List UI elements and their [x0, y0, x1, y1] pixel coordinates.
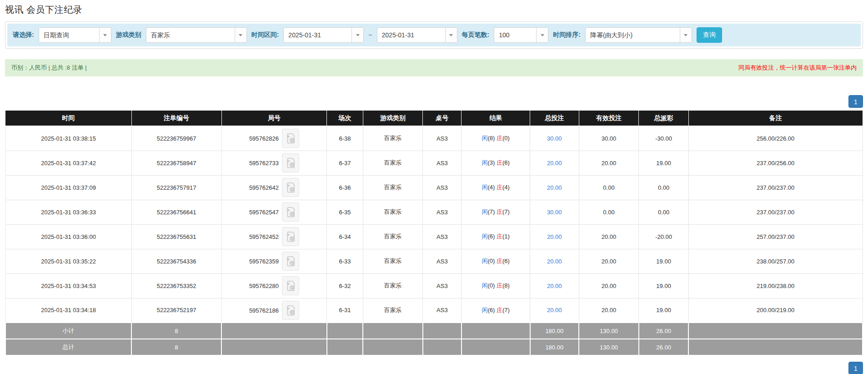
video-file-icon	[285, 206, 296, 218]
table-row: 2025-01-31 03:37:09 522236757917 5957626…	[5, 175, 863, 200]
game-type-cell: 百家乐	[363, 224, 423, 249]
valid-bet-cell: 20.00	[579, 249, 639, 273]
video-file-icon	[285, 255, 296, 267]
game-type-cell: 百家乐	[363, 126, 423, 151]
banker-result-score: (0)	[502, 135, 510, 142]
game-type-cell: 百家乐	[363, 249, 423, 273]
total-bet-link[interactable]: 20.00	[547, 233, 562, 240]
game-type-cell: 百家乐	[363, 273, 423, 298]
table-number-cell: AS3	[423, 273, 462, 298]
chevron-down-icon[interactable]	[351, 28, 363, 42]
payout-cell: 19.00	[639, 298, 688, 323]
grand-total-empty-cell	[423, 339, 462, 355]
total-bet-cell: 20.00	[530, 224, 579, 249]
video-file-icon	[285, 231, 296, 243]
total-bet-link[interactable]: 20.00	[547, 160, 562, 167]
header-note: 备注	[688, 111, 863, 126]
currency-total-text: 币别：人民币 | 总共 :8 注单 |	[11, 64, 87, 72]
video-replay-button[interactable]	[282, 227, 299, 246]
banker-result-label: 庄	[497, 258, 502, 264]
table-number-cell: AS3	[423, 175, 462, 200]
chevron-down-icon[interactable]	[235, 28, 246, 42]
round-id-value: 595762452	[249, 233, 279, 240]
video-replay-button[interactable]	[282, 276, 299, 295]
grand-total-label: 总计	[5, 339, 131, 355]
total-bet-cell: 20.00	[530, 273, 579, 298]
grand-total-empty-cell	[462, 339, 530, 355]
total-bet-link[interactable]: 20.00	[547, 184, 562, 191]
subtotal-empty-cell	[462, 323, 530, 339]
result-cell: 闲(8) 庄(0)	[462, 126, 530, 151]
total-bet-link[interactable]: 30.00	[547, 135, 562, 142]
subtotal-count: 8	[131, 323, 221, 339]
round-id-value: 595762186	[249, 307, 279, 313]
session-cell: 6-35	[327, 200, 363, 224]
table-number-cell: AS3	[423, 126, 462, 151]
player-result-score: (0)	[487, 258, 495, 264]
header-round-id: 局号	[221, 111, 327, 126]
page-1-button[interactable]: 1	[848, 362, 863, 374]
valid-bet-cell: 20.00	[579, 298, 639, 323]
page-size-select[interactable]: 100	[494, 27, 548, 43]
result-cell: 闲(6) 庄(1)	[462, 224, 530, 249]
valid-bet-cell: 20.00	[579, 151, 639, 175]
subtotal-empty-cell	[221, 323, 327, 339]
table-number-cell: AS3	[423, 298, 462, 323]
round-id-value: 595762547	[249, 209, 279, 216]
query-type-select[interactable]: 日期查询	[39, 27, 111, 43]
valid-bet-cell: 30.00	[579, 126, 639, 151]
video-replay-button[interactable]	[282, 301, 299, 320]
video-replay-button[interactable]	[282, 252, 299, 271]
page-1-button[interactable]: 1	[848, 95, 863, 108]
player-result-score: (3)	[487, 159, 495, 166]
round-id-cell: 595762359	[221, 249, 327, 273]
subtotal-empty-cell	[688, 323, 863, 339]
bet-time-cell: 2025-01-31 03:37:09	[5, 175, 131, 200]
search-button[interactable]: 查询	[697, 27, 722, 43]
chevron-down-icon[interactable]	[536, 28, 548, 42]
subtotal-valid-bet: 130.00	[579, 323, 639, 339]
video-replay-button[interactable]	[282, 202, 299, 222]
player-result-label: 闲	[482, 159, 487, 166]
header-bet-id: 注单编号	[131, 111, 221, 126]
bet-time-cell: 2025-01-31 03:35:22	[5, 249, 131, 273]
player-result-label: 闲	[482, 233, 487, 240]
game-type-select[interactable]: 百家乐	[146, 27, 247, 43]
time-sort-value: 降幂(由大到小)	[586, 28, 680, 42]
chevron-down-icon[interactable]	[680, 28, 692, 42]
video-replay-button[interactable]	[282, 153, 299, 172]
total-bet-cell: 20.00	[530, 151, 579, 175]
pagination-bottom: 1	[5, 362, 863, 374]
page-size-value: 100	[494, 28, 536, 42]
banker-result-score: (1)	[502, 233, 510, 240]
date-from-picker[interactable]: 2025-01-31	[283, 27, 364, 43]
banker-result-score: (8)	[502, 282, 510, 289]
total-bet-link[interactable]: 20.00	[547, 283, 562, 289]
time-sort-select[interactable]: 降幂(由大到小)	[585, 27, 692, 43]
date-to-picker[interactable]: 2025-01-31	[377, 27, 457, 43]
query-type-value: 日期查询	[39, 28, 99, 42]
banker-result-label: 庄	[497, 282, 502, 289]
player-result-score: (6)	[487, 307, 495, 313]
subtotal-total-bet: 180.00	[530, 323, 579, 339]
total-bet-cell: 20.00	[530, 298, 579, 323]
video-replay-button[interactable]	[282, 129, 299, 148]
video-replay-button[interactable]	[282, 178, 299, 197]
bet-time-cell: 2025-01-31 03:36:33	[5, 200, 131, 224]
game-type-cell: 百家乐	[363, 151, 423, 175]
subtotal-payout: 26.00	[639, 323, 688, 339]
total-bet-link[interactable]: 20.00	[547, 307, 562, 313]
chevron-down-icon[interactable]	[99, 28, 111, 42]
game-type-cell: 百家乐	[363, 175, 423, 200]
valid-bet-cell: 20.00	[579, 273, 639, 298]
total-bet-cell: 20.00	[530, 249, 579, 273]
round-id-cell: 595762280	[221, 273, 327, 298]
total-bet-link[interactable]: 20.00	[547, 258, 562, 265]
player-result-label: 闲	[482, 135, 487, 142]
note-cell: 238.00/257.00	[688, 249, 863, 273]
total-bet-link[interactable]: 30.00	[547, 209, 562, 216]
session-cell: 6-33	[327, 249, 363, 273]
bet-id-cell: 522236756641	[131, 200, 221, 224]
chevron-down-icon[interactable]	[445, 28, 457, 42]
bet-id-cell: 522236759967	[131, 126, 221, 151]
